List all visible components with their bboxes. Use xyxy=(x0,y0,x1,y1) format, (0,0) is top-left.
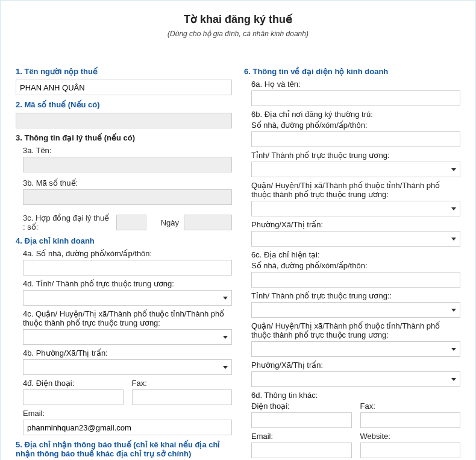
section-6-heading: 6. Thông tin về đại diện hộ kinh doanh xyxy=(244,67,460,76)
perm-province-select[interactable] xyxy=(251,162,460,177)
label-6b-addr: Số nhà, đường phố/xóm/ấp/thôn: xyxy=(251,121,460,130)
rep-website-input[interactable] xyxy=(360,443,461,458)
curr-address-input[interactable] xyxy=(251,272,460,288)
label-6c: 6c. Địa chỉ hiện tại: xyxy=(251,250,460,259)
perm-address-input[interactable] xyxy=(251,131,460,147)
label-6b: 6b. Địa chỉ nơi đăng ký thường trú: xyxy=(251,110,460,119)
label-6c-dist: Quận/ Huyện/Thị xã/Thành phố thuộc tỉnh/… xyxy=(251,321,460,339)
form-title: Tờ khai đăng ký thuế xyxy=(16,13,460,26)
label-6c-prov: Tỉnh/ Thành phố trực thuộc trung ương:: xyxy=(251,291,460,300)
form-columns: 1. Tên người nộp thuế 2. Mã số thuế (Nếu… xyxy=(16,62,460,460)
biz-ward-select[interactable] xyxy=(23,359,232,375)
label-3b: 3b. Mã số thuế: xyxy=(23,178,232,187)
section-5-heading: 5. Địa chỉ nhận thông báo thuế (chỉ kê k… xyxy=(16,440,232,458)
label-4d: 4d. Tỉnh/ Thành phố trực thuộc trung ươn… xyxy=(23,279,232,288)
label-3c-pre: 3c. Hợp đồng đại lý thuế : số: xyxy=(23,213,111,232)
rep-fax-input[interactable] xyxy=(360,412,461,428)
form-subtitle: (Dùng cho hộ gia đình, cá nhân kinh doan… xyxy=(16,30,460,38)
form-header: Tờ khai đăng ký thuế (Dùng cho hộ gia đì… xyxy=(16,13,460,38)
biz-email-input[interactable] xyxy=(23,420,232,435)
left-column: 1. Tên người nộp thuế 2. Mã số thuế (Nếu… xyxy=(16,62,232,460)
label-4c: 4c. Quận/ Huyện/Thị xã/Thành phố thuộc t… xyxy=(23,309,232,327)
perm-district-select[interactable] xyxy=(251,201,460,216)
label-6b-dist: Quận/ Huyện/Thị xã/Thành phố thuộc tỉnh/… xyxy=(251,181,460,199)
contract-number-input xyxy=(116,215,146,230)
section-4-heading: 4. Địa chỉ kinh doanh xyxy=(16,236,232,245)
section-2-heading: 2. Mã số thuế (Nếu có) xyxy=(16,100,232,109)
label-4dd: 4đ. Điện thoại: xyxy=(23,379,124,388)
contract-date-input xyxy=(184,215,232,230)
rep-name-input[interactable] xyxy=(251,90,460,106)
biz-district-select[interactable] xyxy=(23,329,232,345)
label-6d-phone: Điện thoại: xyxy=(251,402,352,411)
label-4b: 4b. Phường/Xã/Thị trấn: xyxy=(23,348,232,358)
biz-province-select[interactable] xyxy=(23,290,232,306)
agent-name-input xyxy=(23,157,232,172)
rep-email-input[interactable] xyxy=(251,443,352,458)
label-3a: 3a. Tên: xyxy=(23,146,232,155)
right-column: 6. Thông tin về đại diện hộ kinh doanh 6… xyxy=(244,62,460,460)
biz-address-input[interactable] xyxy=(23,260,232,276)
label-4fax: Fax: xyxy=(132,379,233,388)
curr-province-select[interactable] xyxy=(251,302,460,318)
label-6a: 6a. Họ và tên: xyxy=(251,80,460,89)
curr-district-select[interactable] xyxy=(251,341,460,357)
label-6c-ward: Phường/Xã/Thị trấn: xyxy=(251,361,460,370)
section-1-heading: 1. Tên người nộp thuế xyxy=(16,67,232,76)
perm-ward-select[interactable] xyxy=(251,231,460,247)
label-3c-date: Ngày xyxy=(161,218,179,227)
label-4email: Email: xyxy=(23,409,232,418)
curr-ward-select[interactable] xyxy=(251,371,460,387)
agent-taxcode-input xyxy=(23,189,232,205)
tax-code-input xyxy=(16,113,232,128)
label-6d-web: Website: xyxy=(360,432,461,441)
rep-phone-input[interactable] xyxy=(251,412,352,428)
label-6d-email: Email: xyxy=(251,432,352,441)
label-4a: 4a. Số nhà, đường phố/xóm/ấp/thôn: xyxy=(23,249,232,258)
label-6d: 6d. Thông tin khác: xyxy=(251,391,460,400)
biz-phone-input[interactable] xyxy=(23,389,124,405)
label-6b-ward: Phường/Xã/Thị trấn: xyxy=(251,220,460,229)
taxpayer-name-input[interactable] xyxy=(16,80,232,95)
label-6b-prov: Tỉnh/ Thành phố trực thuộc trung ương: xyxy=(251,151,460,160)
label-6d-fax: Fax: xyxy=(360,402,461,411)
section-3-heading: 3. Thông tin đại lý thuế (nếu có) xyxy=(16,133,232,142)
biz-fax-input[interactable] xyxy=(132,389,233,405)
label-6c-addr: Số nhà, đường phố/xóm/ấp/thôn: xyxy=(251,261,460,270)
form-container: Tờ khai đăng ký thuế (Dùng cho hộ gia đì… xyxy=(0,0,476,460)
